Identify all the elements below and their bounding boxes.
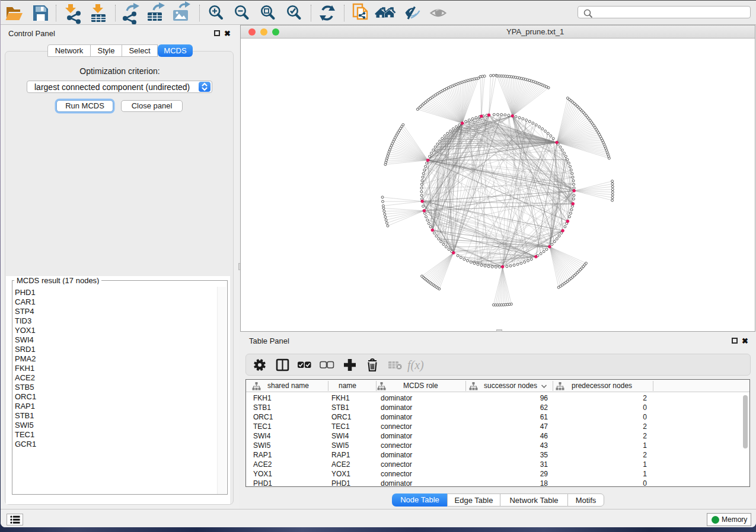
svg-text:f(x): f(x): [407, 358, 424, 372]
